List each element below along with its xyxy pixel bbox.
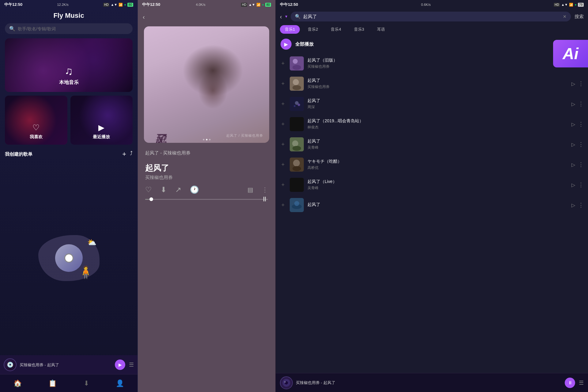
queue-icon-3[interactable]: ☰ bbox=[579, 379, 584, 386]
svg-point-4 bbox=[293, 79, 299, 85]
result-title-4: 起风了（2019...唱会青岛站） bbox=[307, 118, 568, 124]
search-submit-btn[interactable]: 搜索 bbox=[575, 14, 584, 20]
playing-song-1: 买辣椒也用券 - 起风了 bbox=[20, 363, 59, 367]
add-icon-6[interactable]: + bbox=[280, 162, 286, 168]
more-btn-2[interactable]: ⋮ bbox=[578, 80, 584, 87]
mv-btn-8[interactable]: ▷ bbox=[571, 202, 575, 208]
tab-eryu[interactable]: 耳语 bbox=[372, 25, 390, 34]
svg-point-5 bbox=[292, 85, 301, 90]
panel-fly-music: 中午12:50 12.2K/s HD ▲▼ 📶 ● 80 Fly Music 🔍… bbox=[0, 0, 138, 392]
result-item-5[interactable]: + 起风了 吴青峰 ▷ ⋮ bbox=[276, 134, 588, 154]
search-wrapper-3[interactable]: 🔍 ✕ bbox=[291, 12, 571, 21]
progress-track[interactable] bbox=[145, 199, 268, 200]
more-btn-3[interactable]: ⋮ bbox=[578, 101, 584, 107]
signal-icon-2: ▲▼ bbox=[248, 3, 255, 6]
favorites-overlay: ♡ 我喜欢 bbox=[5, 96, 67, 145]
more-btn-7[interactable]: ⋮ bbox=[578, 181, 584, 188]
search-icon-3: 🔍 bbox=[295, 14, 301, 19]
more-options-btn[interactable]: ⋮ bbox=[262, 186, 268, 193]
banner-main[interactable]: ♫ 本地音乐 bbox=[5, 38, 133, 92]
import-icon[interactable]: ⤴ bbox=[130, 150, 133, 158]
mv-btn-7[interactable]: ▷ bbox=[571, 182, 575, 188]
clear-icon[interactable]: ✕ bbox=[563, 14, 567, 19]
thumb-1 bbox=[290, 56, 304, 70]
play-all-btn[interactable]: ▶ bbox=[281, 39, 292, 50]
more-btn-4[interactable]: ⋮ bbox=[578, 121, 584, 127]
add-icon-2[interactable]: + bbox=[280, 81, 286, 87]
search-input-1[interactable] bbox=[18, 26, 128, 31]
tab-music4[interactable]: 音乐4 bbox=[326, 25, 346, 34]
result-item-7[interactable]: + 起风了（Live） 吴青峰 ▷ ⋮ bbox=[276, 175, 588, 195]
thumb-7 bbox=[290, 178, 304, 192]
mv-btn-6[interactable]: ▷ bbox=[571, 162, 575, 168]
play-all-label: 全部播放 bbox=[295, 41, 314, 47]
nav-profile-1[interactable]: 👤 bbox=[116, 379, 124, 387]
add-playlist-btn[interactable]: + bbox=[122, 150, 126, 158]
add-icon-7[interactable]: + bbox=[280, 182, 286, 188]
back-button-2[interactable]: ‹ bbox=[143, 13, 145, 21]
result-item-4[interactable]: + 起风了（2019...唱会青岛站） 林俊杰 ▷ ⋮ bbox=[276, 114, 588, 134]
download-button[interactable]: ⬇ bbox=[160, 185, 167, 194]
dropdown-icon[interactable]: ▼ bbox=[285, 14, 288, 19]
music-note-icon: ♫ bbox=[65, 65, 73, 78]
add-icon-8[interactable]: + bbox=[280, 202, 286, 208]
result-actions-5: ▷ ⋮ bbox=[571, 141, 584, 148]
hd-icon: HD bbox=[103, 3, 109, 7]
result-info-8: 起风了 bbox=[307, 202, 568, 208]
tab-music2[interactable]: 音乐2 bbox=[303, 25, 323, 34]
result-item-8[interactable]: + 起风了 ▷ ⋮ bbox=[276, 195, 588, 215]
playing-song-3: 买辣椒也用券 - 起风了 bbox=[296, 380, 335, 385]
like-button[interactable]: ♡ bbox=[145, 185, 152, 194]
result-artist-4: 林俊杰 bbox=[307, 125, 568, 130]
play-button-1[interactable]: ▶ bbox=[115, 360, 125, 370]
search-bar-1[interactable]: 🔍 bbox=[5, 23, 133, 34]
share-button[interactable]: ↗ bbox=[175, 185, 181, 194]
add-icon-3[interactable]: + bbox=[280, 101, 286, 107]
result-item-6[interactable]: + ヤキモチ（吃醋） 高桥优 ▷ ⋮ bbox=[276, 154, 588, 175]
search-input-3[interactable] bbox=[303, 14, 560, 19]
add-icon-1[interactable]: + bbox=[280, 60, 286, 67]
svg-point-16 bbox=[292, 166, 301, 171]
result-item-2[interactable]: + 起风了 买辣椒也用券 ▷ ⋮ bbox=[276, 74, 588, 94]
queue-icon-1[interactable]: ☰ bbox=[129, 361, 134, 368]
more-btn-6[interactable]: ⋮ bbox=[578, 161, 584, 168]
more-btn-5[interactable]: ⋮ bbox=[578, 141, 584, 148]
progress-knob[interactable] bbox=[149, 197, 153, 201]
ai-badge[interactable]: Ai bbox=[553, 40, 588, 67]
pause-button-3[interactable]: ⏸ bbox=[565, 378, 575, 388]
playlist-queue-btn[interactable]: ▤ bbox=[247, 186, 253, 193]
dot-2 bbox=[206, 139, 207, 140]
result-actions-7: ▷ ⋮ bbox=[571, 181, 584, 188]
player-controls-1: ▶ ☰ bbox=[115, 360, 134, 370]
bottom-player-1: 💿 买辣椒也用券 - 起风了 ▶ ☰ bbox=[0, 355, 138, 374]
banner-favorites[interactable]: ♡ 我喜欢 bbox=[5, 96, 67, 145]
mv-btn-2[interactable]: ▷ bbox=[571, 81, 575, 87]
svg-point-1 bbox=[293, 59, 298, 64]
nav-library-1[interactable]: 📋 bbox=[48, 379, 57, 387]
history-button[interactable]: 🕐 bbox=[190, 185, 199, 194]
signal-icon: ▲▼ bbox=[111, 3, 117, 6]
thumb-4 bbox=[290, 117, 304, 131]
mv-btn-4[interactable]: ▷ bbox=[571, 121, 575, 127]
result-item-1[interactable]: + 起风了（旧版） 买辣椒也用券 ▷ ⋮ bbox=[276, 53, 588, 74]
nav-home-1[interactable]: 🏠 bbox=[13, 379, 22, 387]
play-all-row[interactable]: ▶ 全部播放 bbox=[276, 36, 588, 53]
tab-music1[interactable]: 音乐1 bbox=[280, 25, 300, 34]
progress-container[interactable]: ⏸ bbox=[145, 199, 268, 200]
banner-recent[interactable]: ▶ 最近播放 bbox=[70, 96, 133, 145]
pause-button[interactable]: ⏸ bbox=[261, 195, 268, 203]
result-item-3[interactable]: + 起风了 周深 ▷ ⋮ bbox=[276, 94, 588, 114]
nav-download-1[interactable]: ⬇ bbox=[84, 379, 89, 387]
result-title-5: 起风了 bbox=[307, 139, 568, 144]
result-artist-3: 周深 bbox=[307, 105, 568, 110]
action-buttons: ♡ ⬇ ↗ 🕐 ▤ ⋮ bbox=[138, 185, 275, 199]
add-icon-4[interactable]: + bbox=[280, 121, 286, 127]
mv-btn-3[interactable]: ▷ bbox=[571, 101, 575, 107]
add-icon-5[interactable]: + bbox=[280, 141, 286, 148]
status-bar-3: 中午12:50 0.6K/s HD ▲▼ 📶 ● 79 bbox=[276, 0, 588, 9]
progress-area: ⏸ bbox=[138, 199, 275, 203]
mv-btn-5[interactable]: ▷ bbox=[571, 142, 575, 147]
back-button-3[interactable]: ‹ bbox=[280, 13, 282, 20]
more-btn-8[interactable]: ⋮ bbox=[578, 202, 584, 208]
tab-music3[interactable]: 音乐3 bbox=[349, 25, 369, 34]
